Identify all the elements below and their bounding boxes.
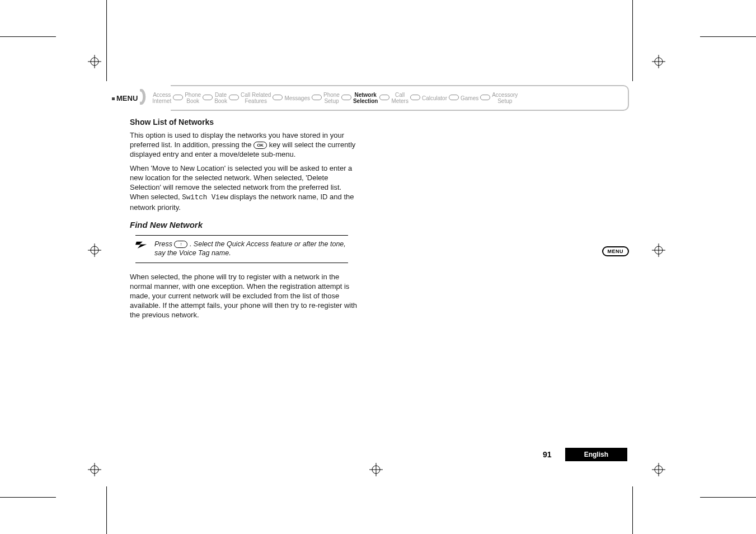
crumb-phone-book: PhoneBook (184, 87, 202, 109)
registration-mark-icon (369, 463, 383, 476)
crumb-calculator: Calculator (421, 87, 448, 109)
heading-find-new-network: Find New Network (130, 220, 359, 229)
crumb-messages: Messages (283, 87, 311, 109)
registration-mark-icon (652, 55, 665, 68)
crumb-sep-icon (311, 94, 322, 102)
crumb-sep-icon (480, 94, 491, 102)
registration-mark-icon (652, 463, 665, 476)
crop-mark (106, 0, 107, 81)
crumb-sep-icon (379, 94, 390, 102)
svg-marker-22 (135, 242, 147, 249)
ok-key-icon: OK (253, 142, 267, 149)
page-number: 91 (543, 450, 552, 459)
tip-text: Press ↑ . Select the Quick Access featur… (154, 240, 348, 257)
crop-mark (632, 0, 633, 81)
quick-access-tip: Press ↑ . Select the Quick Access featur… (135, 235, 348, 263)
menu-oval-icon: MENU (602, 246, 630, 256)
crop-mark (106, 486, 107, 534)
page-footer: 91 English (130, 448, 627, 461)
crumb-call-meters: CallMeters (390, 87, 410, 109)
crumb-sep-icon (410, 94, 421, 102)
crop-mark (0, 497, 56, 498)
language-badge: English (565, 448, 627, 461)
crumb-date-book: DateBook (213, 87, 228, 109)
crop-mark (700, 497, 756, 498)
up-key-icon: ↑ (174, 241, 187, 248)
crumb-sep-icon (272, 94, 283, 102)
crumb-games: Games (459, 87, 480, 109)
side-menu-badge: MENU (602, 245, 630, 256)
crumb-accessory-setup: AccessorySetup (491, 87, 519, 109)
breadcrumb: MENU AccessInternet PhoneBook DateBook C… (112, 87, 627, 109)
registration-mark-icon (88, 463, 101, 476)
crumb-network-selection: NetworkSelection (352, 87, 379, 109)
menu-root-label: MENU (112, 94, 138, 102)
crop-mark (632, 486, 633, 534)
svg-marker-21 (140, 101, 140, 105)
paragraph: This option is used to display the netwo… (130, 130, 359, 159)
page-content: Show List of Networks This option is use… (130, 118, 359, 324)
registration-mark-icon (88, 243, 101, 257)
registration-mark-icon (88, 55, 101, 68)
crumb-sep-icon (448, 94, 459, 102)
code-switch-view: Switch View (182, 194, 228, 202)
registration-mark-icon (652, 243, 665, 257)
paragraph: When selected, the phone will try to reg… (130, 272, 359, 320)
crumb-call-related-features: Call RelatedFeatures (240, 87, 272, 109)
crumb-sep-icon (172, 94, 184, 102)
menu-arrow-icon (140, 89, 150, 107)
crumb-sep-icon (341, 94, 352, 102)
heading-show-list: Show List of Networks (130, 118, 359, 127)
crop-mark (700, 36, 756, 37)
crumb-sep-icon (202, 94, 213, 102)
crumb-access-internet: AccessInternet (151, 87, 172, 109)
crumb-sep-icon (228, 94, 240, 102)
crumb-phone-setup: PhoneSetup (322, 87, 341, 109)
paragraph: When 'Move to New Location' is selected … (130, 163, 359, 212)
lightning-icon (135, 241, 148, 249)
crop-mark (0, 36, 56, 37)
